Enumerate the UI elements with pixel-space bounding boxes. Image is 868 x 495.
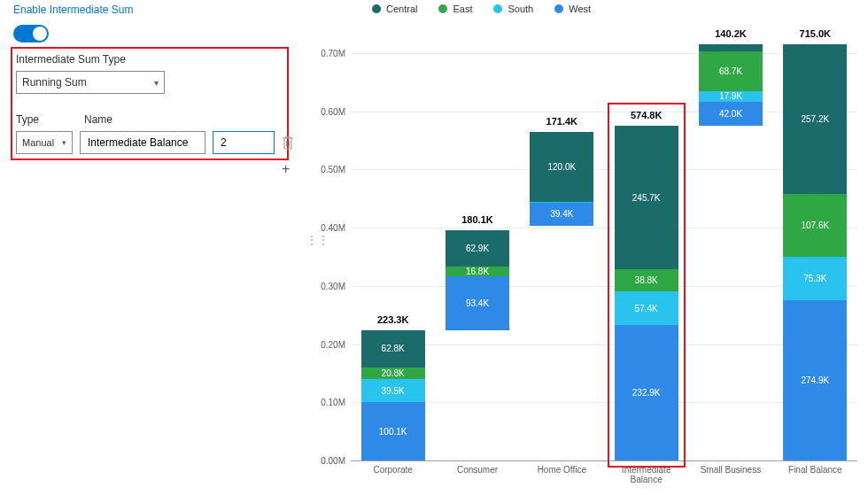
legend-item[interactable]: South [493,4,533,14]
legend-item[interactable]: West [554,4,591,14]
bar-segment: 62.8K [361,330,425,367]
bar-segment: 107.6K [783,194,847,257]
bar-segment-label: 75.3K [803,274,826,283]
legend: CentralEastSouthWest [372,4,591,14]
legend-label: South [508,4,533,14]
bar-group[interactable]: 42.0K17.9K68.7K140.2K [699,53,763,460]
bar-total-label: 715.0K [783,28,847,39]
legend-dot-icon [372,4,381,13]
x-axis-label: Home Office [530,465,593,475]
legend-item[interactable]: East [438,4,472,14]
chart: ⋮⋮ 0.00M0.10M0.20M0.30M0.40M0.50M0.60M0.… [315,53,861,487]
chevron-down-icon: ▾ [154,78,159,88]
grid-line [351,460,857,461]
bar-segment: 100.1K [361,402,425,460]
bar-segment: 257.2K [783,44,847,194]
x-axis-labels: CorporateConsumerHome OfficeIntermediate… [351,465,857,491]
bar-segment-label: 120.0K [547,162,576,172]
bar-segment-label: 100.1K [379,427,407,437]
type-value: Manual [22,137,54,148]
legend-dot-icon [438,4,447,13]
bar-segment: 39.4K [530,203,593,226]
enable-intermediate-sum-toggle[interactable] [13,25,49,43]
bar-total-label: 223.3K [361,314,425,325]
bar-segment-label: 39.4K [550,209,573,219]
bar-segment: 120.0K [530,132,593,202]
legend-label: Central [386,4,417,14]
bar-segment-label: 62.9K [466,244,489,253]
intermediate-sum-type-select[interactable]: Running Sum ▾ [16,71,165,94]
y-tick-label: 0.60M [321,106,345,116]
intermediate-sum-type-value: Running Sum [22,76,87,89]
bar-segment: 20.8K [361,367,425,380]
bar-segment-label: 62.8K [382,344,405,353]
bar-segment-label: 16.8K [466,267,489,276]
x-axis-label: Consumer [446,465,509,475]
y-tick-label: 0.70M [321,49,345,58]
bar-segment [699,44,763,51]
x-axis-label: Corporate [361,465,425,475]
toggle-knob-icon [33,27,47,41]
bar-group[interactable]: 39.4K120.0K171.4K [530,53,593,460]
bar-segment-label: 274.9K [801,375,829,385]
bar-segment: 68.7K [699,51,763,91]
intermediate-sum-type-label: Intermediate Sum Type [16,53,126,66]
chevron-down-icon: ▾ [62,138,66,147]
y-tick-label: 0.10M [321,398,345,407]
bar-total-label: 180.1K [446,214,509,225]
type-select[interactable]: Manual ▾ [16,131,73,154]
add-icon[interactable]: + [282,161,290,177]
bar-segment: 39.5K [361,379,425,402]
bar-segment: 274.9K [783,300,847,460]
bar-segment-label: 93.4K [466,298,489,308]
bar-total-label: 140.2K [699,28,763,39]
enable-intermediate-sum-label: Enable Intermediate Sum [13,4,133,16]
legend-item[interactable]: Central [372,4,417,14]
legend-dot-icon [554,4,563,13]
bar-segment: 93.4K [446,276,509,330]
bar-segment-label: 42.0K [719,109,742,119]
bar-segment: 16.8K [446,267,509,276]
bar-group[interactable]: 93.4K16.8K62.9K180.1K [446,53,509,460]
bar-segment: 42.0K [699,102,763,127]
y-tick-label: 0.20M [321,339,345,349]
bar-group[interactable]: 100.1K39.5K20.8K62.8K223.3K [361,53,425,460]
x-axis-label: Intermediate Balance [615,465,678,484]
y-tick-label: 0.00M [321,456,345,466]
bar-segment: 62.9K [446,230,509,267]
y-tick-label: 0.50M [321,165,345,174]
legend-label: East [453,4,472,14]
plot-area: 100.1K39.5K20.8K62.8K223.3K93.4K16.8K62.… [351,53,857,460]
bar-segment: 75.3K [783,257,847,300]
trash-icon[interactable] [282,135,294,151]
y-axis: 0.00M0.10M0.20M0.30M0.40M0.50M0.60M0.70M [315,53,351,460]
name-input[interactable] [80,131,205,154]
legend-label: West [569,4,591,14]
name-label: Name [84,113,112,126]
type-label: Type [16,113,39,126]
bar-segment-label: 39.5K [382,386,405,396]
position-input[interactable] [213,131,275,154]
bar-segment-label: 107.6K [801,220,829,230]
y-tick-label: 0.30M [321,281,345,290]
highlight-box-bar [608,103,686,468]
bar-segment-label: 68.7K [719,66,742,76]
legend-dot-icon [493,4,502,13]
x-axis-label: Small Business [699,465,763,475]
bar-group[interactable]: 274.9K75.3K107.6K257.2K715.0K [783,53,847,460]
bar-segment: 17.9K [699,91,763,102]
y-tick-label: 0.40M [321,223,345,233]
x-axis-label: Final Balance [783,465,847,475]
bar-segment-label: 257.2K [801,114,829,124]
bar-segment-label: 20.8K [382,368,405,378]
bar-total-label: 171.4K [530,116,593,127]
bar-segment-label: 17.9K [719,91,742,101]
